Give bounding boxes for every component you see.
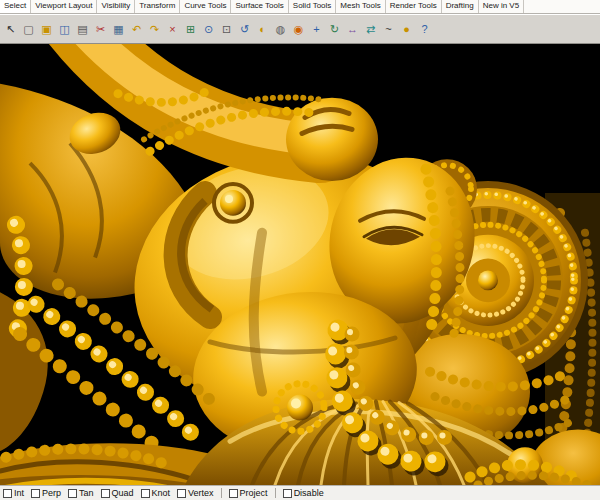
tab-solid-tools[interactable]: Solid Tools bbox=[289, 0, 337, 13]
checkbox-icon bbox=[283, 489, 292, 498]
separator bbox=[221, 488, 222, 498]
copy-icon[interactable]: ▦ bbox=[110, 18, 127, 40]
cut-icon[interactable]: ✂ bbox=[92, 18, 109, 40]
separator bbox=[275, 488, 276, 498]
sphere-icon[interactable]: ● bbox=[398, 18, 415, 40]
osnap-tan-checkbox[interactable]: Tan bbox=[68, 488, 94, 498]
redo-icon[interactable]: ↷ bbox=[146, 18, 163, 40]
osnap-label: Knot bbox=[152, 488, 171, 498]
tab-drafting[interactable]: Drafting bbox=[442, 0, 479, 13]
tab-render-tools[interactable]: Render Tools bbox=[386, 0, 442, 13]
open-folder-icon[interactable]: ▣ bbox=[38, 18, 55, 40]
osnap-label: Tan bbox=[79, 488, 94, 498]
wireframe-view-icon[interactable]: ◍ bbox=[272, 18, 289, 40]
undo-icon[interactable]: ↶ bbox=[128, 18, 145, 40]
osnap-label: Quad bbox=[112, 488, 134, 498]
render-icon[interactable]: ◉ bbox=[290, 18, 307, 40]
checkbox-icon bbox=[101, 489, 110, 498]
tab-visibility[interactable]: Visibility bbox=[97, 0, 135, 13]
statue-render bbox=[0, 44, 600, 485]
osnap-label: Disable bbox=[294, 488, 324, 498]
checkbox-icon bbox=[31, 489, 40, 498]
rotate-view-icon[interactable]: ↺ bbox=[236, 18, 253, 40]
osnap-perp-checkbox[interactable]: Perp bbox=[31, 488, 61, 498]
shaded-view-icon[interactable]: ◐ bbox=[254, 18, 271, 40]
select-arrow-icon[interactable]: ↖ bbox=[2, 18, 19, 40]
move-icon[interactable]: + bbox=[308, 18, 325, 40]
viewport-3d[interactable] bbox=[0, 44, 600, 485]
pan-view-icon[interactable]: ⊞ bbox=[182, 18, 199, 40]
osnap-int-checkbox[interactable]: Int bbox=[3, 488, 24, 498]
tab-mesh-tools[interactable]: Mesh Tools bbox=[336, 0, 385, 13]
checkbox-icon bbox=[3, 489, 12, 498]
osnap-quad-checkbox[interactable]: Quad bbox=[101, 488, 134, 498]
osnap-label: Int bbox=[14, 488, 24, 498]
tab-transform[interactable]: Transform bbox=[135, 0, 180, 13]
mirror-icon[interactable]: ⇄ bbox=[362, 18, 379, 40]
checkbox-icon bbox=[141, 489, 150, 498]
checkbox-icon bbox=[177, 489, 186, 498]
osnap-project-checkbox[interactable]: Project bbox=[229, 488, 268, 498]
osnap-label: Perp bbox=[42, 488, 61, 498]
zoom-extents-icon[interactable]: ⊡ bbox=[218, 18, 235, 40]
osnap-status-bar: IntPerpTanQuadKnotVertexProjectDisable bbox=[0, 485, 600, 500]
zoom-icon[interactable]: ⊙ bbox=[200, 18, 217, 40]
osnap-knot-checkbox[interactable]: Knot bbox=[141, 488, 171, 498]
help-icon[interactable]: ? bbox=[416, 18, 433, 40]
tab-viewport-layout[interactable]: Viewport Layout bbox=[31, 0, 97, 13]
toolbar-tab-strip: SelectViewport LayoutVisibilityTransform… bbox=[0, 0, 600, 14]
osnap-vertex-checkbox[interactable]: Vertex bbox=[177, 488, 214, 498]
osnap-label: Vertex bbox=[188, 488, 214, 498]
main-toolbar: ↖▢▣◫▤✂▦↶↷×⊞⊙⊡↺◐◍◉+↻↔⇄~●? bbox=[0, 14, 600, 44]
tab-curve-tools[interactable]: Curve Tools bbox=[180, 0, 231, 13]
tab-surface-tools[interactable]: Surface Tools bbox=[231, 0, 288, 13]
save-icon[interactable]: ◫ bbox=[56, 18, 73, 40]
new-file-icon[interactable]: ▢ bbox=[20, 18, 37, 40]
print-icon[interactable]: ▤ bbox=[74, 18, 91, 40]
osnap-label: Project bbox=[240, 488, 268, 498]
tab-select[interactable]: Select bbox=[0, 0, 31, 13]
scale-icon[interactable]: ↔ bbox=[344, 18, 361, 40]
tab-new-in-v5[interactable]: New in V5 bbox=[479, 0, 524, 13]
rotate-icon[interactable]: ↻ bbox=[326, 18, 343, 40]
app-window: SelectViewport LayoutVisibilityTransform… bbox=[0, 0, 600, 500]
checkbox-icon bbox=[229, 489, 238, 498]
osnap-disable-checkbox[interactable]: Disable bbox=[283, 488, 324, 498]
delete-icon[interactable]: × bbox=[164, 18, 181, 40]
checkbox-icon bbox=[68, 489, 77, 498]
curve-icon[interactable]: ~ bbox=[380, 18, 397, 40]
